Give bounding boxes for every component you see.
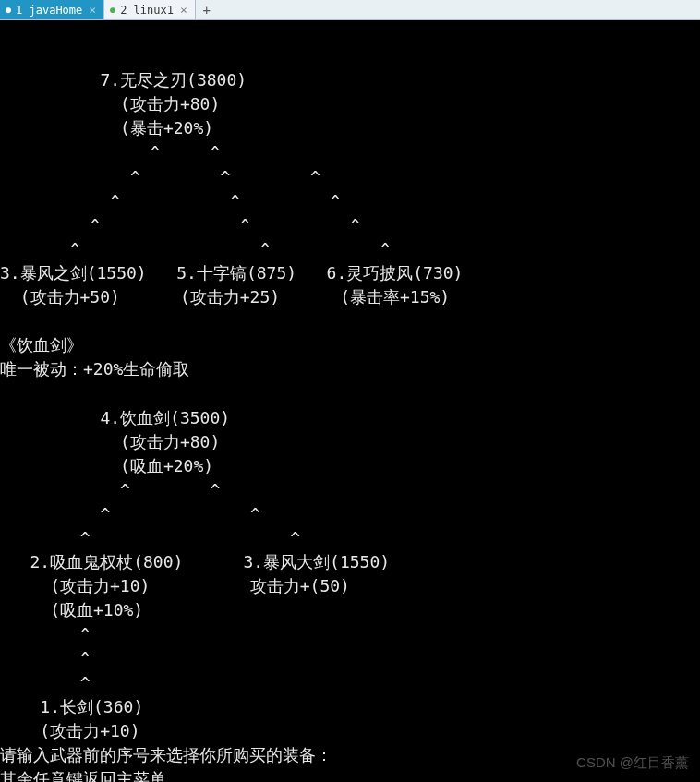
- caret-row: ^ ^: [0, 142, 220, 162]
- item-7-line2: (攻击力+80): [0, 94, 220, 114]
- items-row: (攻击力+50) (攻击力+25) (暴击率+15%): [0, 287, 450, 307]
- blank-line: [0, 311, 10, 331]
- caret-row: ^: [0, 624, 91, 644]
- blank-line: [0, 46, 10, 66]
- caret-row: ^ ^ ^: [0, 215, 360, 235]
- tab-linux1[interactable]: ● 2 linux1 ×: [104, 0, 196, 19]
- item-7-line1: 7.无尽之刃(3800): [0, 70, 247, 90]
- caret-row: ^ ^ ^: [0, 167, 320, 186]
- tab-javahome[interactable]: ● 1 javaHome ×: [0, 0, 104, 19]
- item-4-line2: (攻击力+80): [0, 432, 220, 451]
- blank-line: [0, 383, 10, 403]
- items-row: (攻击力+10) 攻击力+(50): [0, 576, 350, 596]
- item-4-line1: 4.饮血剑(3500): [0, 408, 230, 427]
- items-row: 3.暴风之剑(1550) 5.十字镐(875) 6.灵巧披风(730): [0, 263, 463, 283]
- item-7-line3: (暴击+20%): [0, 118, 213, 138]
- passive-text: 唯一被动：+20%生命偷取: [0, 359, 189, 379]
- tab-status-dot: ●: [110, 6, 115, 15]
- caret-row: ^: [0, 673, 91, 692]
- caret-row: ^ ^: [0, 504, 260, 523]
- items-row: (吸血+10%): [0, 600, 143, 620]
- caret-row: ^ ^: [0, 480, 220, 499]
- watermark: CSDN @红目香薰: [576, 752, 689, 773]
- tab-label: 2 linux1: [120, 4, 174, 17]
- close-icon[interactable]: ×: [178, 3, 189, 17]
- items-row: 2.吸血鬼权杖(800) 3.暴风大剑(1550): [0, 552, 390, 571]
- caret-row: ^: [0, 648, 91, 668]
- caret-row: ^ ^ ^: [0, 191, 341, 211]
- prompt-line1: 请输入武器前的序号来选择你所购买的装备：: [0, 745, 332, 764]
- item-1-line1: 1.长剑(360): [0, 697, 143, 716]
- close-icon[interactable]: ×: [87, 3, 98, 17]
- item-4-line3: (吸血+20%): [0, 456, 213, 475]
- section-title: 《饮血剑》: [0, 335, 83, 355]
- add-tab-button[interactable]: +: [196, 0, 218, 19]
- item-1-line2: (攻击力+10): [0, 721, 140, 740]
- tab-label: 1 javaHome: [16, 4, 82, 17]
- caret-row: ^ ^: [0, 528, 300, 547]
- prompt-line2: 其余任意键返回主菜单: [0, 769, 166, 782]
- tab-status-dot: ●: [6, 6, 11, 15]
- caret-row: ^ ^ ^: [0, 239, 391, 259]
- terminal-output[interactable]: 7.无尽之刃(3800) (攻击力+80) (暴击+20%) ^ ^ ^ ^ ^…: [0, 20, 700, 782]
- tab-bar: ● 1 javaHome × ● 2 linux1 × +: [0, 0, 700, 20]
